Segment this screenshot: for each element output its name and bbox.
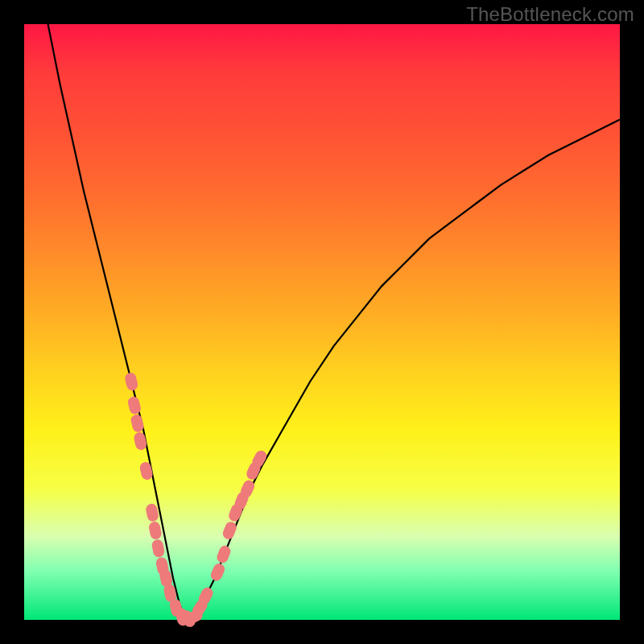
curve-marker xyxy=(151,539,165,558)
curve-marker xyxy=(209,562,227,583)
watermark-text: TheBottleneck.com xyxy=(466,3,634,26)
curve-marker xyxy=(138,461,154,481)
chart-area xyxy=(24,24,620,620)
curve-marker xyxy=(148,521,163,540)
curve-marker xyxy=(133,431,148,452)
chart-svg xyxy=(24,24,620,620)
bottleneck-curve xyxy=(48,24,620,620)
curve-markers xyxy=(124,372,269,630)
curve-marker xyxy=(124,372,139,392)
curve-marker xyxy=(215,544,232,565)
curve-marker xyxy=(221,520,238,541)
curve-marker xyxy=(145,503,159,522)
